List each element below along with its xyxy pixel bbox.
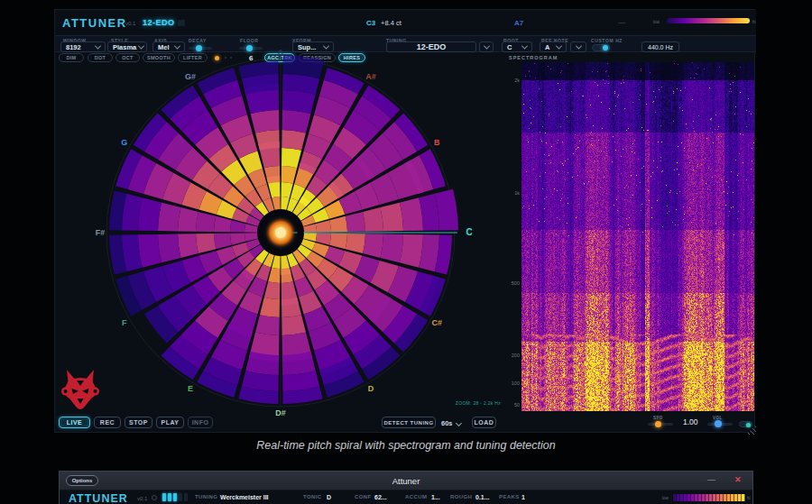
mini-conf-value: 62... [374, 494, 387, 500]
gradient-hi-label: hi [752, 20, 756, 24]
level-bar [168, 493, 171, 501]
stop-button[interactable]: STOP [125, 417, 152, 428]
mini-tonic-value: D [327, 494, 331, 500]
speed-value: 1.00 [683, 417, 698, 426]
mini-colormap-gradient-bar [673, 494, 745, 501]
frequency-axis: 2k1k50020010050 [500, 10, 520, 434]
colormap-gradient-bar [667, 18, 750, 23]
pitch-note-readout: C3 [366, 19, 375, 27]
note-label-G: G [121, 138, 127, 147]
mini-tuning-value: Werckmeister III [220, 494, 269, 500]
speed-slider-knob[interactable] [655, 421, 661, 427]
load-button[interactable]: LOAD [472, 417, 496, 428]
mini-rough-value: 0.1... [475, 494, 490, 500]
note-label-B: B [434, 138, 440, 147]
reference-frequency-value: 440.0 Hz [648, 44, 673, 50]
freq-tick-2k: 2k [500, 78, 520, 83]
dash-indicator: — [618, 18, 625, 26]
chevron-down-icon [556, 42, 562, 49]
note-label-F: F [122, 318, 127, 327]
pitch-spiral: CC#DD#EFF#GG#AA#B [78, 48, 493, 417]
chevron-down-icon [456, 420, 462, 426]
figure-caption: Real-time pitch spiral with spectrogram … [0, 439, 812, 452]
top-bar: ATTUNER v0.1 12-EDO C3 +8.4 ct A7 — low … [55, 10, 756, 35]
rec-button[interactable]: REC [94, 417, 121, 428]
mode-readout: 12-EDO [143, 18, 175, 27]
level-bar [173, 493, 177, 501]
close-button[interactable]: ✕ [734, 475, 742, 484]
note-label-Gs: G# [185, 72, 196, 81]
mini-conf-label: CONF [355, 494, 372, 499]
mini-version: v0.1 [137, 496, 147, 501]
mini-gradient-hi-label: hi [747, 496, 751, 500]
level-bar [184, 493, 188, 501]
spiral-zoom-range: ZOOM: 28 - 2.2k Hz [389, 400, 501, 406]
toggle-knob [603, 45, 608, 50]
freq-tick-200: 200 [500, 353, 520, 358]
note-label-Ds: D# [275, 408, 286, 417]
chevron-down-icon [575, 42, 581, 49]
mini-tonic-label: TONIC [303, 494, 322, 499]
toggle-knob [746, 423, 751, 427]
mini-rough-label: ROUGH [450, 494, 472, 499]
minimize-button[interactable]: — [707, 475, 715, 484]
note-label-Fs: F# [96, 228, 106, 237]
note-label-A: A [278, 48, 284, 57]
mini-accum-label: ACCUM [405, 494, 427, 499]
ref-note-value: A [545, 43, 549, 51]
play-button[interactable]: PLAY [156, 417, 184, 428]
mini-peaks-label: PEAKS [499, 494, 520, 499]
custom-hz-toggle[interactable] [592, 44, 610, 51]
note-label-Cs: C# [431, 318, 442, 327]
version-label: v0.1 [125, 21, 135, 26]
mini-title-bar[interactable]: Options Attuner — ✕ [60, 472, 752, 490]
mini-gradient-low-label: low [662, 496, 669, 500]
app-title: ATTUNER [62, 16, 127, 30]
chevron-down-icon [521, 42, 528, 49]
freq-tick-1k: 1k [500, 190, 520, 196]
custom-hz-label: CUSTOM HZ [591, 38, 623, 43]
plugin-window: ATTUNER v0.1 12-EDO C3 +8.4 ct A7 — low … [54, 9, 755, 433]
attuner-mini-window: Options Attuner — ✕ ATTUNER v0.1 TUNING … [59, 471, 753, 504]
ref-note-dropdown[interactable]: A [540, 41, 567, 52]
mini-accum-value: 1... [431, 494, 440, 500]
mini-app-title: ATTUNER [69, 492, 128, 504]
level-bar [179, 493, 182, 501]
spectrogram-display [521, 62, 754, 411]
gradient-low-label: low [653, 20, 660, 24]
note-label-C: C [466, 227, 472, 237]
reference-frequency-field[interactable]: 440.0 Hz [641, 41, 679, 52]
note-label-As: A# [365, 72, 376, 81]
mini-tuning-label: TUNING [195, 494, 217, 499]
extra-dropdown[interactable] [570, 41, 586, 52]
mini-status-strip: ATTUNER v0.1 TUNING Werckmeister III TON… [60, 490, 752, 504]
mini-peaks-value: 1 [521, 494, 525, 500]
info-button[interactable]: INFO [188, 417, 213, 428]
volume-slider-knob[interactable] [715, 420, 722, 427]
mode-indicator-block [178, 20, 185, 26]
wolf-logo-icon [60, 368, 100, 413]
freq-tick-500: 500 [500, 280, 520, 286]
decay-label: DECAY [189, 38, 207, 43]
note-label-E: E [188, 384, 193, 393]
pitch-cents-readout: +8.4 ct [381, 19, 401, 27]
note-label-D: D [368, 384, 374, 393]
speed-label: SPD [653, 416, 663, 420]
mini-window-title: Attuner [60, 476, 752, 486]
duration-select[interactable]: 60s [441, 419, 453, 427]
level-bar [162, 493, 166, 501]
floor-label: FLOOR [240, 38, 259, 43]
status-ring-icon [152, 495, 157, 500]
detect-tuning-button[interactable]: DETECT TUNING [382, 417, 436, 428]
live-button[interactable]: LIVE [59, 417, 90, 428]
freeze-mini-toggle[interactable] [739, 421, 752, 427]
freq-tick-50: 50 [500, 402, 520, 408]
freq-tick-100: 100 [500, 380, 520, 386]
